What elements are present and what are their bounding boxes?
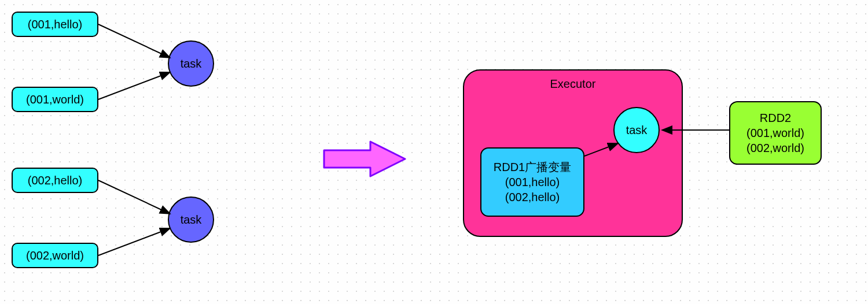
arrow-tuple4-task2 xyxy=(98,228,170,255)
arrow-tuple3-task2 xyxy=(98,180,170,214)
tuple-text: (002,world) xyxy=(26,248,84,263)
task-label: task xyxy=(181,212,202,227)
task-circle-2: task xyxy=(168,197,214,243)
tuple-002-hello: (002,hello) xyxy=(12,168,98,193)
big-arrow-icon xyxy=(324,142,405,176)
arrow-tuple1-task1 xyxy=(98,24,170,58)
tuple-001-world: (001,world) xyxy=(12,87,98,112)
tuple-002-world: (002,world) xyxy=(12,243,98,268)
executor-label: Executor xyxy=(464,76,682,91)
tuple-text: (001,world) xyxy=(26,92,84,107)
svg-marker-1 xyxy=(324,142,405,176)
rdd2-box: RDD2 (001,world) (002,world) xyxy=(729,101,822,165)
task-label: task xyxy=(626,123,648,138)
arrow-tuple2-task1 xyxy=(98,72,170,99)
tuple-text: (002,hello) xyxy=(28,173,83,188)
tuple-001-hello: (001,hello) xyxy=(12,12,98,37)
rdd1-text: RDD1广播变量 (001,hello) (002,hello) xyxy=(494,160,571,205)
tuple-text: (001,hello) xyxy=(28,17,83,32)
rdd1-broadcast-box: RDD1广播变量 (001,hello) (002,hello) xyxy=(480,147,584,217)
task-label: task xyxy=(181,56,202,71)
task-circle-1: task xyxy=(168,40,214,87)
task-circle-executor: task xyxy=(613,107,660,153)
rdd2-text: RDD2 (001,world) (002,world) xyxy=(746,110,804,155)
